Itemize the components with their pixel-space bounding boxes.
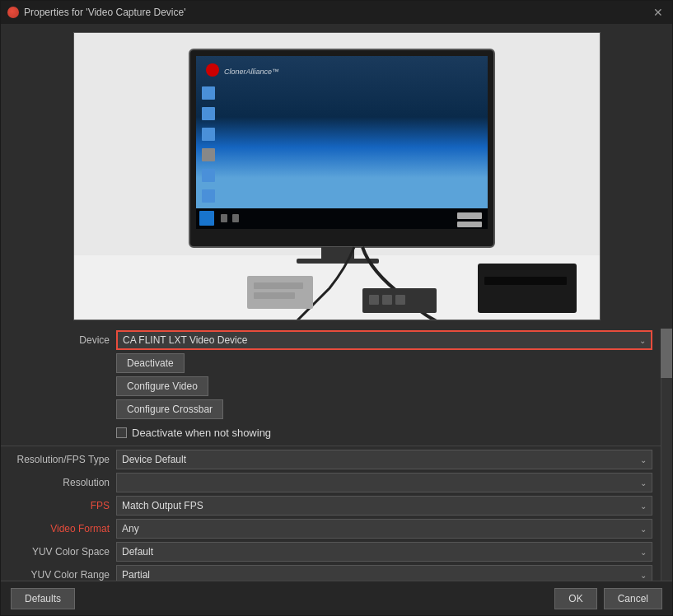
row-content-1: ⌄ [116,473,652,492]
bottom-bar: Defaults OK Cancel [1,581,672,615]
scrollbar[interactable] [661,329,672,581]
cancel-button[interactable]: Cancel [604,588,662,609]
deactivate-checkbox-label: Deactivate when not showing [132,427,271,439]
row-arrow-4: ⌄ [640,548,647,557]
deactivate-row: Deactivate [1,352,661,375]
svg-rect-6 [199,211,214,226]
row-arrow-3: ⌄ [640,525,647,534]
row-label-2: FPS [9,500,116,511]
configure-video-content: Configure Video [116,376,652,396]
row-combo-2[interactable]: Match Output FPS⌄ [116,496,652,516]
row-combo-3[interactable]: Any⌄ [116,519,652,539]
svg-rect-13 [202,86,215,100]
svg-rect-7 [221,214,227,222]
deactivate-button[interactable]: Deactivate [116,353,185,373]
row-content-4: Default⌄ [116,542,652,562]
svg-rect-9 [457,212,482,219]
bottom-left: Defaults [11,588,75,609]
settings-wrapper: Device CA FLINT LXT Video Device ⌄ Deact… [1,329,672,581]
preview-area: ClonerAlliance™ [1,24,672,329]
row-value-4: Default [122,546,153,558]
title-bar-left: Properties for 'Video Capture Device' [7,7,185,18]
device-value: CA FLINT LXT Video Device [123,334,247,346]
deactivate-checkbox[interactable] [116,427,127,438]
properties-window: Properties for 'Video Capture Device' ✕ [0,0,673,616]
row-value-5: Partial [122,569,150,581]
settings-row-4: YUV Color SpaceDefault⌄ [1,540,661,563]
svg-rect-16 [202,148,215,161]
configure-crossbar-row: Configure Crossbar [1,398,661,421]
row-combo-1[interactable]: ⌄ [116,473,652,492]
row-content-5: Partial⌄ [116,565,652,581]
settings-scroll-area: Device CA FLINT LXT Video Device ⌄ Deact… [1,329,672,581]
app-icon [7,7,19,18]
svg-rect-23 [254,292,295,299]
row-label-3: Video Format [9,523,116,534]
window-title: Properties for 'Video Capture Device' [24,7,185,18]
configure-crossbar-button[interactable]: Configure Crossbar [116,399,223,419]
close-button[interactable]: ✕ [651,5,666,20]
row-label-0: Resolution/FPS Type [9,454,116,465]
row-value-0: Device Default [122,454,186,465]
svg-rect-15 [202,128,215,141]
device-combo-arrow: ⌄ [639,336,646,345]
svg-rect-17 [202,169,215,182]
svg-text:ClonerAlliance™: ClonerAlliance™ [224,68,279,76]
row-label-4: YUV Color Space [9,546,116,558]
svg-rect-14 [202,107,215,120]
row-value-3: Any [122,523,139,534]
svg-rect-10 [457,222,482,227]
configure-crossbar-content: Configure Crossbar [116,399,652,419]
row-content-3: Any⌄ [116,519,652,539]
bottom-right: OK Cancel [554,588,662,609]
row-arrow-2: ⌄ [640,502,647,511]
scrollbar-thumb[interactable] [661,329,672,378]
checkbox-row: Deactivate when not showing [1,421,661,444]
svg-point-11 [206,63,219,77]
svg-rect-25 [369,295,379,305]
title-bar: Properties for 'Video Capture Device' ✕ [1,1,672,24]
svg-rect-26 [382,295,392,305]
ok-button[interactable]: OK [554,588,596,609]
svg-rect-5 [196,208,488,229]
separator-1 [1,446,661,446]
svg-rect-29 [484,277,567,285]
settings-row-0: Resolution/FPS TypeDevice Default⌄ [1,448,661,471]
video-preview: ClonerAlliance™ [73,32,601,320]
configure-video-button[interactable]: Configure Video [116,376,208,396]
deactivate-content: Deactivate [116,353,652,373]
row-content-2: Match Output FPS⌄ [116,496,652,516]
svg-rect-4 [196,56,488,208]
configure-video-row: Configure Video [1,375,661,398]
svg-rect-28 [478,264,577,313]
row-combo-5[interactable]: Partial⌄ [116,565,652,581]
svg-rect-18 [202,189,215,203]
device-combo[interactable]: CA FLINT LXT Video Device ⌄ [116,330,652,350]
preview-svg: ClonerAlliance™ [74,33,601,320]
settings-row-1: Resolution⌄ [1,471,661,494]
row-combo-4[interactable]: Default⌄ [116,542,652,562]
settings-row-2: FPSMatch Output FPS⌄ [1,494,661,517]
deactivate-checkbox-group: Deactivate when not showing [116,427,271,439]
settings-rows: Resolution/FPS TypeDevice Default⌄Resolu… [1,448,661,581]
row-content-0: Device Default⌄ [116,450,652,469]
row-arrow-1: ⌄ [640,478,647,488]
svg-rect-27 [395,295,405,305]
svg-rect-8 [232,214,239,222]
row-label-1: Resolution [9,477,116,488]
device-content: CA FLINT LXT Video Device ⌄ [116,330,652,350]
device-row: Device CA FLINT LXT Video Device ⌄ [1,329,661,352]
device-label: Device [9,334,116,346]
checkbox-content: Deactivate when not showing [116,427,652,439]
row-arrow-0: ⌄ [640,455,647,464]
row-label-5: YUV Color Range [9,569,116,581]
svg-rect-22 [254,282,303,289]
row-arrow-5: ⌄ [640,571,647,580]
row-value-2: Match Output FPS [122,500,203,511]
defaults-button[interactable]: Defaults [11,588,75,609]
row-combo-0[interactable]: Device Default⌄ [116,450,652,469]
settings-row-5: YUV Color RangePartial⌄ [1,563,661,581]
settings-row-3: Video FormatAny⌄ [1,517,661,540]
